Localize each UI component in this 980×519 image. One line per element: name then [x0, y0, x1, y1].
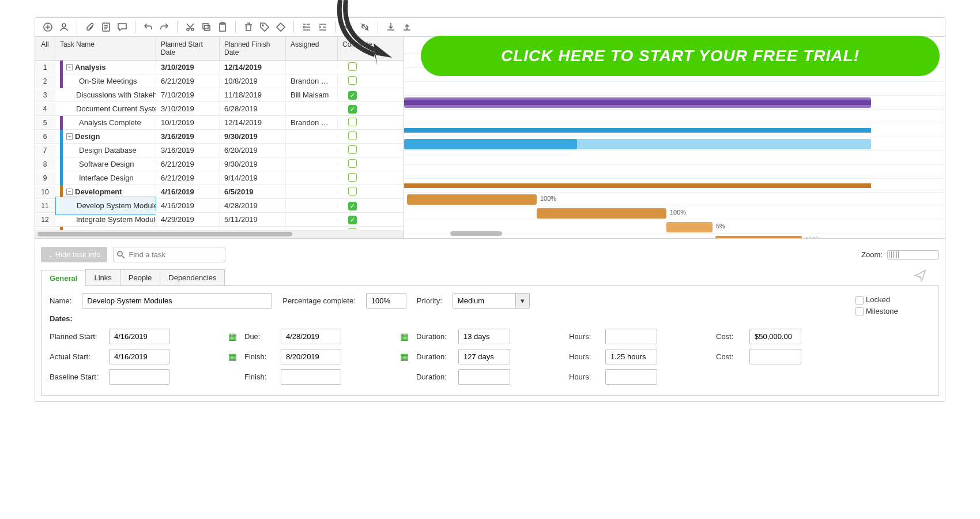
collapse-icon[interactable]: −: [66, 189, 73, 195]
priority-select[interactable]: ▾: [453, 293, 530, 309]
col-pstart[interactable]: Planned Start Date: [156, 37, 220, 60]
gantt-hscroll[interactable]: [404, 231, 945, 237]
tab-dependencies[interactable]: Dependencies: [160, 269, 225, 285]
svg-rect-7: [220, 24, 225, 31]
hide-task-info-button[interactable]: ⌄ Hide task info: [41, 247, 107, 262]
tag-icon[interactable]: [259, 21, 270, 33]
milestone-checkbox[interactable]: [855, 307, 864, 315]
cta-arrow: [323, 0, 427, 82]
gantt-row: [404, 123, 945, 137]
gantt-row: [404, 110, 945, 123]
task-name: Development: [75, 187, 122, 196]
cost1-input[interactable]: [749, 329, 801, 344]
finish3-label: Finish:: [244, 373, 276, 381]
hours2-label: Hours:: [569, 352, 601, 361]
calendar-icon[interactable]: ▦: [400, 331, 412, 342]
hours1-input[interactable]: [605, 329, 657, 344]
svg-point-4: [191, 28, 194, 31]
redo-icon[interactable]: [159, 21, 170, 33]
svg-rect-5: [203, 24, 208, 29]
complete-checkbox[interactable]: [348, 131, 357, 140]
complete-checkbox[interactable]: ✓: [348, 105, 357, 114]
actual-start-input[interactable]: [109, 349, 169, 364]
collapse-icon[interactable]: −: [66, 133, 73, 140]
cut-icon[interactable]: [184, 21, 196, 33]
tab-general[interactable]: General: [41, 270, 86, 286]
complete-checkbox[interactable]: [348, 145, 357, 154]
baseline-start-input[interactable]: [109, 369, 169, 385]
gantt-row: [404, 96, 945, 110]
send-icon[interactable]: [914, 269, 926, 284]
note-icon[interactable]: [100, 21, 112, 33]
col-pfinish[interactable]: Planned Finish Date: [220, 37, 286, 60]
search-icon: [116, 250, 125, 258]
dates-heading: Dates:: [50, 314, 855, 323]
col-all[interactable]: All: [35, 37, 55, 60]
gantt-bar[interactable]: [404, 139, 577, 149]
complete-checkbox[interactable]: ✓: [348, 202, 357, 210]
planned-start-input[interactable]: [109, 329, 169, 344]
pct-complete-input[interactable]: [366, 293, 406, 309]
cta-banner[interactable]: CLICK HERE TO START YOUR FREE TRIAL!: [421, 36, 940, 76]
hours1-label: Hours:: [569, 332, 601, 341]
gantt-bar[interactable]: [404, 128, 871, 133]
copy-icon[interactable]: [201, 21, 212, 33]
baseline-finish-input[interactable]: [281, 369, 341, 385]
grid-hscroll[interactable]: [35, 230, 404, 238]
tab-people[interactable]: People: [120, 269, 160, 285]
gantt-bar-label: 100%: [670, 209, 686, 216]
cost2-input[interactable]: [749, 349, 801, 364]
gantt-bar[interactable]: [404, 100, 871, 105]
comment-icon[interactable]: [116, 21, 128, 33]
find-task-input[interactable]: [113, 247, 225, 262]
complete-checkbox[interactable]: [348, 173, 357, 182]
complete-checkbox[interactable]: ✓: [348, 216, 357, 224]
complete-checkbox[interactable]: [348, 159, 357, 168]
svg-rect-6: [205, 25, 210, 31]
calendar-icon[interactable]: ▦: [228, 351, 240, 362]
cost2-label: Cost:: [716, 352, 745, 361]
paste-icon[interactable]: [217, 21, 228, 33]
gantt-bar[interactable]: [404, 183, 871, 188]
locked-label: Locked: [866, 295, 890, 304]
task-name: Design: [75, 132, 100, 141]
gantt-row: [404, 165, 945, 179]
task-details-panel: ⌄ Hide task info Zoom: General Links Peo…: [35, 239, 945, 401]
gantt-bar[interactable]: [537, 208, 666, 219]
calendar-icon[interactable]: ▦: [400, 351, 412, 362]
duration3-input[interactable]: [458, 369, 510, 385]
task-name: Analysis Complete: [66, 118, 141, 127]
gantt-row: 100%: [404, 193, 945, 206]
duration2-input[interactable]: [458, 349, 510, 364]
detail-tabs: General Links People Dependencies: [41, 269, 939, 286]
calendar-icon[interactable]: ▦: [228, 331, 240, 342]
task-name-input[interactable]: [82, 293, 272, 309]
task-name: On-Site Meetings: [66, 77, 137, 85]
task-name: Develop System Modules: [64, 201, 156, 210]
task-name: Software Design: [66, 160, 134, 168]
complete-checkbox[interactable]: [348, 118, 357, 126]
outdent-icon[interactable]: [301, 21, 312, 33]
hours2-input[interactable]: [605, 349, 657, 364]
gantt-bar[interactable]: [407, 194, 537, 205]
attachment-icon[interactable]: [84, 21, 96, 33]
zoom-slider[interactable]: [887, 250, 939, 260]
milestone-label: Milestone: [866, 307, 898, 315]
collapse-icon[interactable]: −: [66, 64, 73, 70]
undo-icon[interactable]: [142, 21, 154, 33]
finish-input[interactable]: [281, 349, 341, 364]
svg-point-3: [187, 28, 189, 31]
complete-checkbox[interactable]: ✓: [348, 91, 357, 100]
complete-checkbox[interactable]: [348, 187, 357, 195]
add-icon[interactable]: [42, 21, 54, 33]
milestone-icon[interactable]: [275, 21, 287, 33]
duration1-input[interactable]: [458, 329, 510, 344]
due-input[interactable]: [281, 329, 341, 344]
duration1-label: Duration:: [416, 332, 454, 341]
locked-checkbox[interactable]: [855, 296, 864, 304]
delete-icon[interactable]: [243, 21, 254, 33]
tab-links[interactable]: Links: [85, 269, 120, 285]
col-name[interactable]: Task Name: [55, 37, 156, 60]
user-icon[interactable]: [58, 21, 70, 33]
hours3-input[interactable]: [605, 369, 657, 385]
